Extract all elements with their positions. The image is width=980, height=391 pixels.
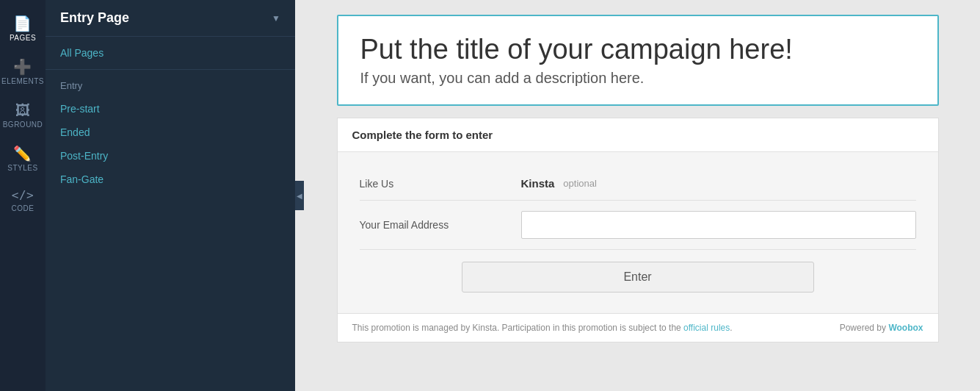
woobox-brand: Woobox: [888, 323, 923, 333]
sidebar-icon-code[interactable]: </> CODE: [0, 181, 46, 221]
campaign-title: Put the title of your campaign here!: [360, 34, 915, 65]
background-icon: 🖼: [15, 103, 31, 118]
dropdown-arrow-icon[interactable]: ▼: [272, 13, 280, 24]
nav-sidebar: Entry Page ▼ All Pages Entry Pre-start E…: [46, 0, 295, 391]
code-label: CODE: [12, 204, 35, 212]
nav-all-pages[interactable]: All Pages: [46, 37, 295, 70]
main-content: Put the title of your campaign here! If …: [295, 0, 980, 391]
icon-sidebar: 📄 PAGES ➕ ELEMENTS 🖼 BGROUND ✏️ STYLES <…: [0, 0, 46, 391]
pages-label: PAGES: [10, 34, 36, 42]
form-body: Like Us Kinsta optional Your Email Addre…: [338, 152, 938, 313]
styles-icon: ✏️: [13, 146, 32, 161]
like-us-label: Like Us: [360, 178, 521, 190]
nav-item-fan-gate[interactable]: Fan-Gate: [46, 168, 295, 191]
official-rules-link[interactable]: official rules: [683, 323, 730, 333]
like-us-field: Kinsta optional: [521, 177, 916, 190]
entry-form: Complete the form to enter Like Us Kinst…: [337, 118, 939, 342]
footer-powered-by: Powered by Woobox: [840, 323, 923, 333]
email-label: Your Email Address: [360, 219, 521, 231]
sidebar-icon-elements[interactable]: ➕ ELEMENTS: [0, 51, 46, 94]
like-us-value: Kinsta: [521, 177, 555, 190]
elements-icon: ➕: [13, 60, 32, 74]
form-footer: This promotion is managed by Kinsta. Par…: [338, 313, 938, 342]
nav-item-pre-start[interactable]: Pre-start: [46, 97, 295, 121]
like-us-optional: optional: [563, 178, 597, 189]
nav-section-label: Entry: [46, 70, 295, 97]
code-icon: </>: [12, 190, 34, 201]
like-us-row: Like Us Kinsta optional: [360, 167, 916, 201]
sidebar-icon-background[interactable]: 🖼 BGROUND: [0, 94, 46, 137]
email-row: Your Email Address: [360, 201, 916, 250]
nav-item-ended[interactable]: Ended: [46, 121, 295, 144]
nav-header: Entry Page ▼: [46, 0, 295, 37]
collapse-handle[interactable]: ◀: [295, 181, 304, 210]
pages-icon: 📄: [13, 16, 32, 31]
footer-promo-main: This promotion is managed by Kinsta. Par…: [352, 323, 681, 333]
sidebar-icon-styles[interactable]: ✏️ STYLES: [0, 137, 46, 181]
elements-label: ELEMENTS: [1, 77, 44, 85]
nav-header-title: Entry Page: [60, 10, 129, 26]
background-label: BGROUND: [3, 121, 43, 129]
submit-row: Enter: [360, 250, 916, 298]
styles-label: STYLES: [7, 164, 37, 172]
footer-promo-text: This promotion is managed by Kinsta. Par…: [352, 323, 733, 333]
email-field-area: [521, 211, 916, 239]
powered-by-label: Powered by: [840, 323, 886, 333]
nav-item-post-entry[interactable]: Post-Entry: [46, 144, 295, 168]
submit-button[interactable]: Enter: [462, 262, 814, 293]
sidebar-icon-pages[interactable]: 📄 PAGES: [0, 7, 46, 51]
email-input[interactable]: [521, 211, 916, 239]
campaign-card: Put the title of your campaign here! If …: [337, 15, 939, 106]
form-header: Complete the form to enter: [338, 118, 938, 152]
campaign-description: If you want, you can add a description h…: [360, 70, 915, 87]
